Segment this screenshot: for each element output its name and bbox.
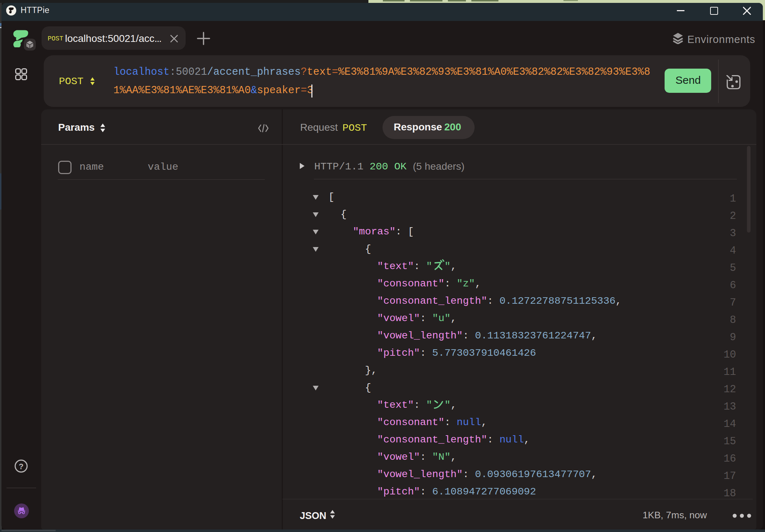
svg-text:?: ? xyxy=(19,462,23,471)
